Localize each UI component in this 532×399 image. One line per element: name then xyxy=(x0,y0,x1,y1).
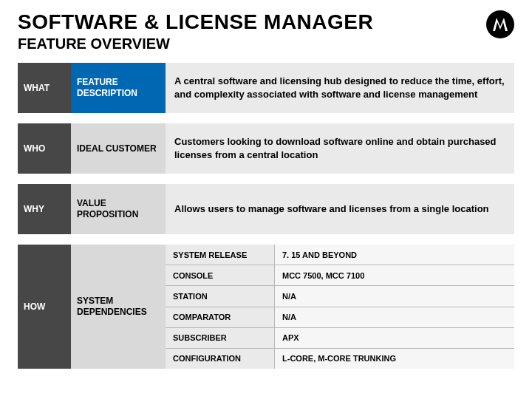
row-what: WHAT FEATURE DESCRIPTION A central softw… xyxy=(18,63,514,113)
table-row: CONFIGURATION L-CORE, M-CORE TRUNKING xyxy=(166,349,514,369)
dep-key: CONSOLE xyxy=(166,265,275,285)
motorola-logo-icon xyxy=(486,10,514,38)
row-tag: WHO xyxy=(18,123,71,174)
row-body: Allows users to manage software and lice… xyxy=(166,184,514,234)
row-tag: HOW xyxy=(18,245,71,369)
dep-val: N/A xyxy=(275,307,514,327)
row-why: WHY VALUE PROPOSITION Allows users to ma… xyxy=(18,184,514,234)
titles: SOFTWARE & LICENSE MANAGER FEATURE OVERV… xyxy=(18,10,480,52)
row-label: IDEAL CUSTOMER xyxy=(71,123,166,174)
dep-key: COMPARATOR xyxy=(166,307,275,327)
row-label: FEATURE DESCRIPTION xyxy=(71,63,166,113)
dep-key: STATION xyxy=(166,286,275,306)
dep-val: L-CORE, M-CORE TRUNKING xyxy=(275,349,514,369)
table-row: COMPARATOR N/A xyxy=(166,307,514,328)
row-who: WHO IDEAL CUSTOMER Customers looking to … xyxy=(18,123,514,174)
dep-val: APX xyxy=(275,328,514,348)
table-row: SUBSCRIBER APX xyxy=(166,328,514,349)
slide-header: SOFTWARE & LICENSE MANAGER FEATURE OVERV… xyxy=(18,10,514,52)
row-body: A central software and licensing hub des… xyxy=(166,63,514,113)
row-how: HOW SYSTEM DEPENDENCIES SYSTEM RELEASE 7… xyxy=(18,245,514,369)
page-title: SOFTWARE & LICENSE MANAGER xyxy=(18,10,480,34)
dep-val: 7. 15 AND BEYOND xyxy=(275,245,514,265)
dep-key: CONFIGURATION xyxy=(166,349,275,369)
table-row: STATION N/A xyxy=(166,286,514,307)
table-row: CONSOLE MCC 7500, MCC 7100 xyxy=(166,265,514,286)
feature-rows: WHAT FEATURE DESCRIPTION A central softw… xyxy=(18,63,514,369)
dep-val: N/A xyxy=(275,286,514,306)
row-label: SYSTEM DEPENDENCIES xyxy=(71,245,166,369)
dep-key: SUBSCRIBER xyxy=(166,328,275,348)
row-label: VALUE PROPOSITION xyxy=(71,184,166,234)
dependencies-table: SYSTEM RELEASE 7. 15 AND BEYOND CONSOLE … xyxy=(166,245,514,369)
row-tag: WHY xyxy=(18,184,71,234)
table-row: SYSTEM RELEASE 7. 15 AND BEYOND xyxy=(166,245,514,265)
row-body: Customers looking to download software o… xyxy=(166,123,514,174)
dep-val: MCC 7500, MCC 7100 xyxy=(275,265,514,285)
page-subtitle: FEATURE OVERVIEW xyxy=(18,35,480,52)
dep-key: SYSTEM RELEASE xyxy=(166,245,275,265)
row-tag: WHAT xyxy=(18,63,71,113)
